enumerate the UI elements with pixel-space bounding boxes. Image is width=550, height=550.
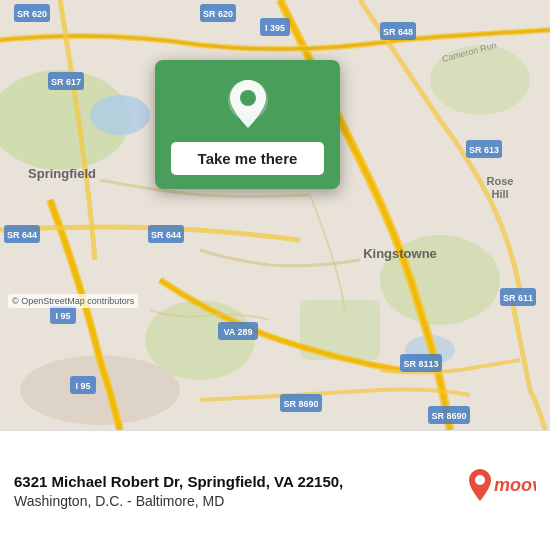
svg-text:SR 613: SR 613: [469, 145, 499, 155]
svg-text:SR 8113: SR 8113: [403, 359, 438, 369]
address-line2: Washington, D.C. - Baltimore, MD: [14, 493, 456, 509]
svg-text:Kingstowne: Kingstowne: [363, 246, 437, 261]
svg-text:SR 611: SR 611: [503, 293, 533, 303]
svg-text:SR 648: SR 648: [383, 27, 413, 37]
svg-point-7: [90, 95, 150, 135]
svg-text:SR 644: SR 644: [7, 230, 37, 240]
svg-text:SR 620: SR 620: [203, 9, 233, 19]
address-line1: 6321 Michael Robert Dr, Springfield, VA …: [14, 472, 456, 492]
svg-text:moovit: moovit: [494, 475, 536, 495]
take-me-there-button[interactable]: Take me there: [171, 142, 324, 175]
svg-text:SR 8690: SR 8690: [283, 399, 318, 409]
info-bar: 6321 Michael Robert Dr, Springfield, VA …: [0, 430, 550, 550]
moovit-logo: moovit: [466, 463, 536, 518]
svg-text:SR 620: SR 620: [17, 9, 47, 19]
svg-text:I 95: I 95: [75, 381, 90, 391]
svg-text:Rose: Rose: [487, 175, 514, 187]
map-container: SR 620 SR 620 I 395 SR 617 SR 648 SR 613…: [0, 0, 550, 430]
svg-text:I 95: I 95: [55, 311, 70, 321]
map-pin-icon: [226, 78, 270, 130]
svg-text:SR 8690: SR 8690: [431, 411, 466, 421]
svg-point-46: [240, 90, 256, 106]
svg-text:I 395: I 395: [265, 23, 285, 33]
svg-text:SR 644: SR 644: [151, 230, 181, 240]
openstreetmap-credit: © OpenStreetMap contributors: [8, 294, 138, 308]
svg-text:Hill: Hill: [491, 188, 508, 200]
location-card: Take me there: [155, 60, 340, 189]
address-block: 6321 Michael Robert Dr, Springfield, VA …: [14, 472, 456, 510]
moovit-logo-svg: moovit: [466, 463, 536, 518]
svg-text:SR 617: SR 617: [51, 77, 81, 87]
svg-point-47: [475, 475, 485, 485]
svg-text:VA 289: VA 289: [223, 327, 252, 337]
svg-text:Springfield: Springfield: [28, 166, 96, 181]
